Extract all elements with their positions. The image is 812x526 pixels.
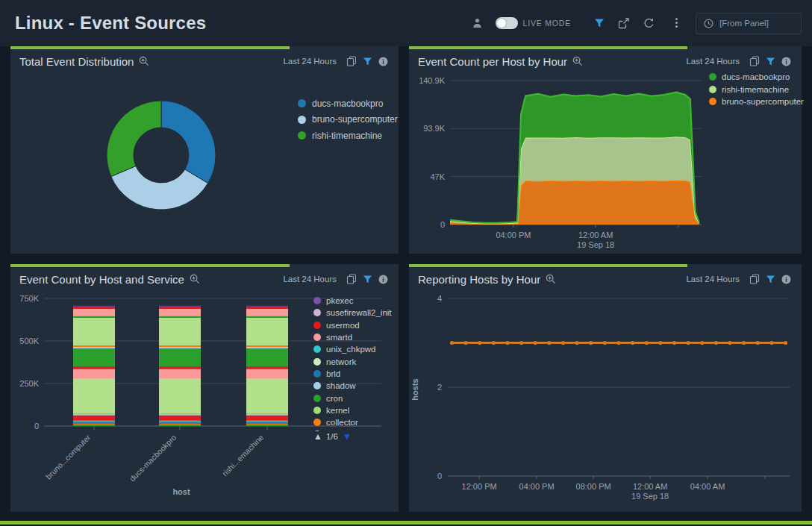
legend-item[interactable]: ducs-macbookpro [298, 96, 398, 112]
panel-time-range: Last 24 Hours [283, 275, 337, 284]
copy-icon[interactable] [346, 274, 357, 284]
bar-segment [246, 378, 288, 414]
bar-segment [159, 307, 201, 309]
bar-segment [73, 420, 115, 421]
panel-title: Total Event Distribution [19, 55, 134, 68]
legend-page-indicator: 1/6 [326, 432, 338, 441]
live-mode-label: LIVE MODE [523, 19, 571, 28]
legend-swatch [313, 419, 321, 426]
bar-segment [73, 422, 115, 423]
bar-segment [73, 347, 115, 348]
time-range-picker[interactable]: [From Panel] [696, 13, 802, 34]
legend-page-up-icon[interactable]: ▲ [313, 431, 322, 442]
x-axis: 12:00 PM04:00 PM08:00 PM12:00 AM19 Sep 1… [462, 476, 765, 501]
data-point [589, 341, 593, 345]
copy-icon[interactable] [749, 274, 760, 284]
line-chart: 024hosts12:00 PM04:00 PM08:00 PM12:00 AM… [409, 289, 802, 513]
legend-swatch [709, 98, 716, 105]
area-legend: ducs-macbookprorishi-timemachinebruno-su… [709, 71, 804, 108]
bar-segment [246, 348, 288, 367]
legend-item[interactable]: ducs-macbookpro [709, 71, 804, 84]
magnifier-plus-icon[interactable] [139, 56, 149, 66]
legend-swatch [313, 322, 321, 329]
panel-header: Event Count per Host by Hour Last 24 Hou… [409, 49, 802, 73]
bar-segment [159, 414, 201, 416]
filter-icon[interactable] [594, 18, 605, 28]
bar-segment [73, 345, 115, 347]
share-icon[interactable] [618, 18, 630, 29]
legend-item[interactable]: bruno-supercomputer [709, 96, 804, 108]
bar-segment [246, 316, 288, 318]
data-point [450, 341, 454, 345]
filter-icon[interactable] [766, 57, 775, 66]
info-icon[interactable]: i [378, 57, 388, 66]
bar-segment [159, 345, 201, 347]
series-areas [450, 93, 699, 225]
bar-category-label: rishi...emachine [220, 433, 266, 478]
bar-segment [246, 347, 288, 348]
bar-segment [246, 425, 288, 426]
legend-item[interactable]: shadow [313, 380, 402, 392]
legend-item[interactable]: rishi-timemachine [709, 84, 804, 96]
panel-event-count-per-host: Event Count per Host by Hour Last 24 Hou… [409, 46, 802, 254]
legend-swatch [313, 370, 321, 378]
magnifier-plus-icon[interactable] [572, 56, 583, 66]
data-point [561, 341, 565, 345]
data-point [603, 341, 607, 345]
info-icon[interactable]: i [781, 57, 791, 66]
area-series-bruno-supercomputer [450, 181, 699, 225]
data-point [547, 341, 551, 345]
legend-item[interactable]: bruno-supercomputer [298, 112, 398, 128]
refresh-icon[interactable] [643, 18, 655, 29]
magnifier-plus-icon[interactable] [190, 274, 200, 284]
legend-item[interactable]: susefirewall2_init [313, 307, 402, 319]
filter-icon[interactable] [363, 57, 372, 66]
bar-segment [246, 345, 288, 347]
filter-icon[interactable] [363, 275, 372, 284]
time-range-value: [From Panel] [719, 19, 769, 28]
svg-text:2: 2 [437, 383, 442, 392]
bar-segment [73, 425, 115, 426]
legend-item[interactable]: network [313, 355, 402, 367]
legend-item[interactable]: cron [313, 392, 402, 404]
copy-icon[interactable] [346, 56, 357, 66]
legend-item[interactable]: pkexec [313, 295, 402, 307]
info-icon[interactable]: i [781, 275, 791, 284]
panel-time-range: Last 24 Hours [283, 57, 337, 66]
donut-slice [107, 101, 161, 177]
legend-item[interactable]: rishi-timemachine [298, 128, 398, 144]
svg-text:i: i [382, 57, 384, 65]
panel-event-count-host-service: Event Count by Host and Service Last 24 … [10, 264, 399, 512]
bar-segment [73, 306, 115, 307]
panel-header: Total Event Distribution Last 24 Hours i [10, 49, 399, 73]
legend-page-down-icon[interactable]: ▼ [343, 431, 352, 442]
legend-item[interactable]: smartd [313, 331, 402, 343]
legend-swatch [298, 116, 306, 124]
legend-swatch [313, 382, 321, 389]
svg-text:12:00 AM: 12:00 AM [578, 231, 613, 239]
panel-header: Event Count by Host and Service Last 24 … [10, 267, 399, 291]
bar-segment [246, 369, 288, 378]
legend-label: usermod [326, 321, 360, 330]
data-point [728, 341, 731, 345]
legend-item[interactable]: kernel [313, 404, 402, 416]
live-mode-toggle[interactable] [496, 17, 518, 29]
legend-pager: ▲ 1/6 ▼ [313, 431, 352, 442]
legend-item[interactable]: usermod [313, 319, 402, 331]
user-icon[interactable] [472, 18, 482, 28]
legend-item[interactable]: collector [313, 416, 402, 428]
svg-text:4: 4 [437, 294, 442, 303]
donut-slice [161, 101, 216, 184]
info-icon[interactable]: i [378, 275, 388, 284]
legend-item[interactable]: brld [313, 368, 402, 380]
legend-item[interactable]: unix_chkpwd [313, 343, 402, 355]
copy-icon[interactable] [749, 56, 760, 66]
legend-swatch [298, 99, 306, 107]
magnifier-plus-icon[interactable] [546, 274, 556, 284]
more-menu-icon[interactable] [672, 17, 682, 29]
data-point [756, 341, 760, 345]
filter-icon[interactable] [766, 275, 775, 284]
panel-title: Event Count by Host and Service [19, 273, 184, 286]
svg-text:0: 0 [34, 422, 39, 430]
x-axis-title: host [172, 487, 190, 496]
